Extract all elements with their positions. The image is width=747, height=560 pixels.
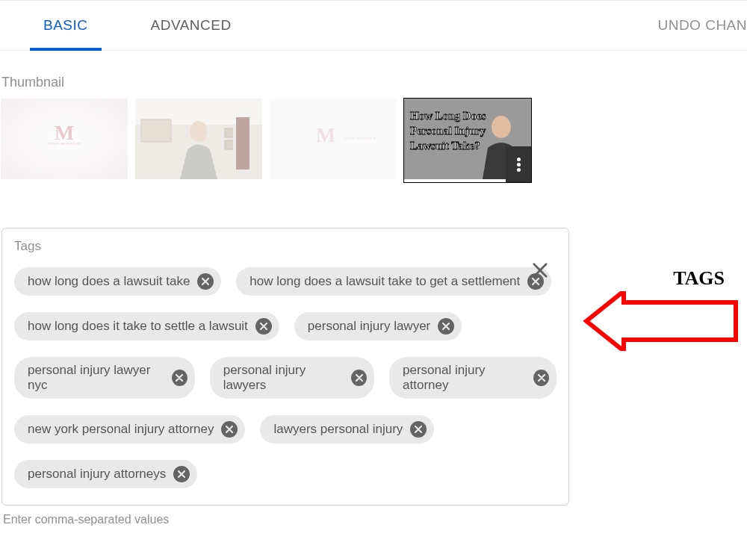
thumbnail-option-3[interactable]: M YURIY MOSHES PC [269,98,397,183]
thumbnail-option-2[interactable] [134,98,263,183]
tabs: BASIC ADVANCED [30,1,245,50]
tag-chip[interactable]: personal injury attorneys [14,460,197,488]
svg-rect-11 [135,99,262,179]
tag-chip[interactable]: new york personal injury attorney [14,415,245,444]
tag-chip[interactable]: how long does a lawsuit take to get a se… [236,267,551,296]
close-icon [441,322,450,331]
svg-point-17 [492,116,511,138]
thumb-caption-2: Personal Injury [410,125,486,137]
tag-chip[interactable]: how long does it take to settle a lawsui… [14,312,279,340]
thumbnail-label: Thumbnail [0,51,747,98]
more-vertical-icon [517,156,521,173]
close-icon [530,260,551,281]
clear-all-tags-button[interactable] [530,260,551,284]
close-icon [259,322,268,331]
tags-chip-area: how long does a lawsuit takehow long doe… [14,267,557,488]
tags-helper-text: Enter comma-separated values [1,505,734,526]
annotation-arrow-icon [583,291,740,351]
tags-box[interactable]: Tags how long does a lawsuit takehow lon… [1,228,569,505]
tag-chip[interactable]: personal injury lawyer [294,312,462,340]
tag-row: how long does it take to settle a lawsui… [14,312,557,340]
close-icon [201,277,210,286]
tag-remove-button[interactable] [351,370,367,386]
thumbnail-option-4-selected[interactable]: How Long Does Personal Injury Lawsuit Ta… [403,98,532,183]
tag-remove-button[interactable] [197,273,214,290]
annotation-label: TAGS [673,267,725,290]
tag-remove-button[interactable] [533,370,549,386]
tag-chip-label: personal injury lawyer nyc [28,363,164,393]
tags-label: Tags [14,239,557,254]
tag-chip-label: personal injury lawyer [308,319,430,334]
tag-chip[interactable]: personal injury lawyers [210,357,374,399]
close-icon [225,425,234,434]
undo-changes-button[interactable]: UNDO CHAN [657,17,747,34]
tag-row: how long does a lawsuit takehow long doe… [14,267,557,296]
tag-chip-label: how long does a lawsuit take [28,274,190,289]
close-icon [414,425,423,434]
tag-remove-button[interactable] [438,318,454,335]
thumbnail-row: M YURIY MOSHES PC M YURIY MOSHES PC [0,98,747,183]
tab-advanced[interactable]: ADVANCED [137,1,245,50]
tag-remove-button[interactable] [173,466,190,482]
tag-chip-label: personal injury lawyers [223,363,344,393]
tag-remove-button[interactable] [410,421,427,438]
tag-chip-label: personal injury attorney [403,363,526,393]
tag-row: personal injury attorneys [14,460,557,488]
close-icon [355,373,364,382]
tag-remove-button[interactable] [221,421,238,438]
close-icon [537,373,546,382]
close-icon [175,373,184,382]
tag-chip-label: new york personal injury attorney [28,422,214,437]
thumbnail-more-options-button[interactable] [506,146,531,182]
header: BASIC ADVANCED UNDO CHAN [0,1,747,50]
tag-row: personal injury lawyer nycpersonal injur… [14,357,557,399]
tag-chip[interactable]: how long does a lawsuit take [14,267,221,296]
thumb-caption-1: How Long Does [410,110,486,122]
tag-chip[interactable]: personal injury attorney [389,357,557,399]
svg-rect-15 [270,99,397,179]
tag-chip[interactable]: lawyers personal injury [260,415,434,444]
tag-remove-button[interactable] [172,370,187,386]
close-icon [177,470,186,479]
tag-row: new york personal injury attorneylawyers… [14,415,557,444]
tag-chip-label: how long does it take to settle a lawsui… [28,319,248,334]
svg-text:YURIY MOSHES PC: YURIY MOSHES PC [48,142,81,146]
tag-chip-label: lawyers personal injury [273,422,403,437]
svg-text:M: M [55,121,74,144]
tab-basic[interactable]: BASIC [30,1,102,50]
tag-chip[interactable]: personal injury lawyer nyc [14,357,195,399]
tag-chip-label: personal injury attorneys [28,467,166,482]
tag-remove-button[interactable] [255,318,272,335]
tag-chip-label: how long does a lawsuit take to get a se… [249,274,520,289]
thumbnail-option-1[interactable]: M YURIY MOSHES PC [0,98,128,183]
thumb-caption-3: Lawsuit Take? [410,140,480,152]
